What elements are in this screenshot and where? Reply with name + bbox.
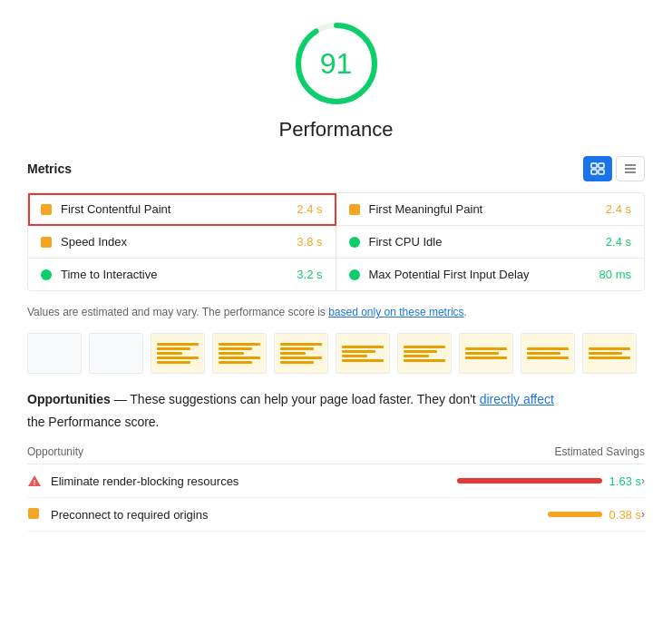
thumbnail bbox=[336, 333, 390, 374]
metric-value: 2.4 s bbox=[606, 235, 631, 249]
svg-rect-3 bbox=[599, 163, 604, 168]
metrics-link[interactable]: based only on these metrics bbox=[328, 306, 463, 318]
metric-name: Time to Interactive bbox=[61, 268, 287, 281]
metric-name: Speed Index bbox=[61, 235, 287, 249]
thumbnail bbox=[274, 333, 328, 374]
thumbnail bbox=[582, 333, 637, 374]
opportunities-bold: Opportunities bbox=[27, 392, 111, 406]
metric-first-cpu-idle[interactable]: First CPU Idle 2.4 s bbox=[336, 226, 645, 259]
thumbnail bbox=[397, 333, 452, 374]
metric-name: First Meaningful Paint bbox=[369, 202, 597, 216]
thumbnail bbox=[27, 333, 82, 374]
metric-first-meaningful-paint[interactable]: First Meaningful Paint 2.4 s bbox=[336, 193, 645, 226]
metric-name: Max Potential First Input Delay bbox=[369, 268, 590, 281]
score-circle: 91 bbox=[291, 18, 382, 109]
svg-rect-4 bbox=[591, 170, 597, 174]
metric-value: 3.8 s bbox=[297, 235, 322, 249]
opp-bar-container bbox=[548, 512, 602, 517]
performance-label: Performance bbox=[279, 118, 394, 142]
chevron-down-icon[interactable]: › bbox=[641, 508, 645, 521]
opportunities-subtext: the Performance score. bbox=[27, 415, 645, 429]
triangle-warning-icon: ! bbox=[27, 474, 42, 488]
svg-rect-11 bbox=[28, 508, 39, 519]
col-savings: Estimated Savings bbox=[555, 445, 645, 458]
opportunities-gray: — These suggestions can help your page l… bbox=[111, 392, 480, 406]
opp-name: Eliminate render-blocking resources bbox=[51, 474, 457, 488]
thumbnail bbox=[212, 333, 267, 374]
opp-bar bbox=[457, 478, 602, 484]
metric-time-to-interactive[interactable]: Time to Interactive 3.2 s bbox=[28, 259, 336, 290]
metrics-title: Metrics bbox=[27, 161, 72, 176]
opportunities-section: Opportunities — These suggestions can he… bbox=[27, 390, 645, 532]
metric-value: 2.4 s bbox=[606, 202, 631, 216]
opp-value: 1.63 s bbox=[609, 474, 641, 488]
grid-view-button[interactable] bbox=[583, 156, 612, 181]
chevron-down-icon[interactable]: › bbox=[641, 474, 645, 487]
col-opportunity: Opportunity bbox=[27, 445, 83, 458]
metric-first-contentful-paint[interactable]: First Contentful Paint 2.4 s bbox=[28, 193, 336, 226]
opp-bar-container bbox=[457, 478, 602, 484]
metric-dot bbox=[349, 237, 360, 248]
list-view-button[interactable] bbox=[616, 156, 645, 181]
thumbnail bbox=[521, 333, 575, 374]
metric-dot bbox=[349, 269, 360, 280]
metric-dot bbox=[41, 237, 52, 248]
metric-dot bbox=[41, 269, 52, 280]
metrics-grid: First Contentful Paint 2.4 s First Meani… bbox=[27, 192, 645, 291]
opp-table-header: Opportunity Estimated Savings bbox=[27, 442, 645, 464]
thumbnail bbox=[459, 333, 513, 374]
thumbnail bbox=[89, 333, 143, 374]
info-text: Values are estimated and may vary. The p… bbox=[27, 304, 645, 320]
thumbnails-row bbox=[27, 333, 645, 374]
metric-name: First CPU Idle bbox=[369, 235, 597, 249]
metric-value: 3.2 s bbox=[297, 268, 322, 281]
metric-max-potential-fid[interactable]: Max Potential First Input Delay 80 ms bbox=[336, 259, 645, 290]
svg-text:!: ! bbox=[34, 478, 36, 487]
score-section: 91 Performance bbox=[27, 18, 645, 142]
opp-name: Preconnect to required origins bbox=[51, 508, 548, 522]
opp-bar bbox=[548, 512, 602, 517]
thumbnail bbox=[151, 333, 205, 374]
square-warning-icon bbox=[27, 507, 42, 522]
opp-row-render-blocking[interactable]: ! Eliminate render-blocking resources 1.… bbox=[27, 464, 645, 498]
metric-dot bbox=[41, 204, 52, 215]
opportunities-intro: Opportunities — These suggestions can he… bbox=[27, 390, 645, 409]
svg-rect-5 bbox=[599, 170, 604, 174]
metric-speed-index[interactable]: Speed Index 3.8 s bbox=[28, 226, 336, 259]
svg-rect-2 bbox=[591, 163, 597, 168]
metric-value: 80 ms bbox=[599, 268, 631, 281]
opp-row-preconnect[interactable]: Preconnect to required origins 0.38 s › bbox=[27, 498, 645, 532]
metric-dot bbox=[349, 204, 360, 215]
directly-affect-link[interactable]: directly affect bbox=[480, 392, 554, 406]
score-value: 91 bbox=[320, 47, 353, 81]
metric-value: 2.4 s bbox=[297, 202, 322, 216]
metric-name: First Contentful Paint bbox=[61, 202, 287, 216]
metrics-header: Metrics bbox=[27, 156, 645, 181]
opp-value: 0.38 s bbox=[609, 508, 641, 522]
view-toggle bbox=[583, 156, 645, 181]
